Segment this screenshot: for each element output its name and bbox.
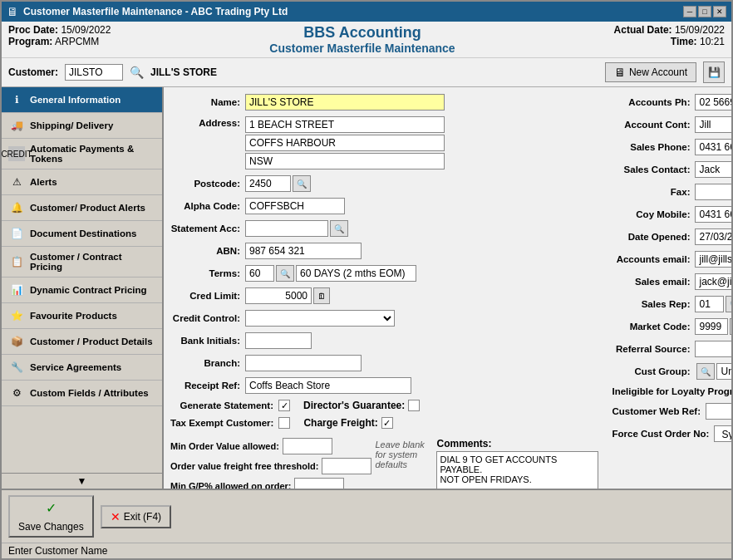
market-code-input[interactable] — [695, 318, 728, 335]
bank-initials-label: Bank Initials: — [170, 336, 245, 346]
generate-statement-label: Generate Statement: — [170, 400, 278, 410]
exit-button[interactable]: ✕ Exit (F4) — [101, 505, 171, 528]
referral-source-select[interactable] — [695, 341, 731, 357]
sidebar-item-alerts[interactable]: ⚠ Alerts — [2, 169, 162, 195]
sidebar-item-service-agreements[interactable]: 🔧 Service Agreements — [2, 355, 162, 381]
address3-input[interactable] — [245, 153, 445, 169]
cust-group-label: Cust Group: — [612, 366, 695, 376]
sales-rep-label: Sales Rep: — [612, 299, 695, 309]
save-icon: ✓ — [46, 500, 57, 516]
terms-search-button[interactable]: 🔍 — [276, 265, 294, 282]
statement-acc-search-button[interactable]: 🔍 — [330, 220, 348, 237]
sidebar-item-document-destinations[interactable]: 📄 Document Destinations — [2, 221, 162, 247]
fax-input[interactable] — [695, 184, 731, 200]
cred-limit-calc-button[interactable]: 🗓 — [313, 287, 330, 304]
cred-limit-input[interactable] — [245, 287, 312, 304]
order-freight-input[interactable] — [322, 458, 371, 474]
market-code-search-button[interactable]: 🔍 — [730, 318, 731, 335]
referral-source-row: Referral Source: — [612, 341, 731, 357]
credit-control-select[interactable] — [245, 310, 395, 327]
coy-mobile-label: Coy Mobile: — [612, 209, 695, 219]
sidebar-item-shipping-delivery[interactable]: 🚚 Shipping/ Delivery — [2, 113, 162, 139]
maximize-button[interactable]: □ — [698, 6, 711, 17]
sidebar-item-customer-product-alerts[interactable]: 🔔 Customer/ Product Alerts — [2, 195, 162, 221]
tax-exempt-checkbox[interactable] — [278, 417, 290, 429]
sidebar: ℹ General Information 🚚 Shipping/ Delive… — [2, 87, 164, 489]
new-account-button[interactable]: 🖥 New Account — [605, 62, 696, 82]
app-subtitle: Customer Masterfile Maintenance — [111, 42, 613, 55]
force-cust-order-select[interactable]: System Default — [714, 425, 731, 442]
customer-web-ref-input[interactable] — [706, 403, 731, 420]
terms-desc-input[interactable] — [296, 265, 416, 282]
alpha-code-input[interactable] — [245, 198, 345, 214]
sidebar-scroll-down[interactable]: ▼ — [2, 473, 162, 489]
truck-icon: 🚚 — [8, 118, 25, 133]
min-gp-input[interactable] — [294, 478, 344, 489]
sales-rep-code-input[interactable] — [695, 296, 724, 312]
date-opened-input[interactable] — [695, 228, 731, 245]
comments-textarea[interactable]: DIAL 9 TO GET ACCOUNTS PAYABLE. NOT OPEN… — [436, 451, 598, 489]
name-input[interactable] — [245, 94, 445, 111]
accounts-email-input[interactable] — [695, 251, 731, 268]
bottom-bar: ✓ Save Changes ✕ Exit (F4) — [2, 489, 731, 543]
coy-mobile-input[interactable] — [695, 206, 731, 223]
customer-bar: Customer: 🔍 JILL'S STORE 🖥 New Account 💾 — [2, 58, 731, 87]
charge-freight-checkbox[interactable] — [381, 417, 393, 429]
abn-input[interactable] — [245, 243, 362, 259]
date-opened-row: Date Opened: 📅 — [612, 228, 731, 245]
sidebar-item-custom-fields[interactable]: ⚙ Custom Fields / Attributes — [2, 381, 162, 406]
cust-group-input[interactable] — [716, 363, 731, 380]
cred-limit-row: Cred Limit: 🗓 — [170, 287, 598, 304]
generate-statement-row: Generate Statement: Director's Guarantee… — [170, 400, 598, 411]
postcode-input[interactable] — [245, 175, 291, 192]
bank-initials-input[interactable] — [245, 332, 312, 349]
credit-control-row: Credit Control: — [170, 310, 598, 327]
postcode-row: Postcode: 🔍 — [170, 175, 598, 192]
min-order-input[interactable] — [283, 438, 332, 454]
star-icon: ⭐ — [8, 308, 25, 323]
generate-statement-checkbox[interactable] — [278, 400, 290, 411]
search-icon[interactable]: 🔍 — [130, 66, 144, 79]
sidebar-item-contract-pricing[interactable]: 📋 Customer / Contract Pricing — [2, 247, 162, 278]
sales-contact-input[interactable] — [695, 161, 731, 178]
account-cont-input[interactable] — [695, 116, 731, 133]
accounts-ph-label: Accounts Ph: — [612, 97, 695, 107]
quick-save-button[interactable]: 💾 — [703, 61, 725, 83]
sales-phone-input[interactable] — [695, 139, 731, 155]
statement-acc-input[interactable] — [245, 220, 328, 237]
accounts-ph-input[interactable] — [695, 94, 731, 111]
address2-input[interactable] — [245, 135, 445, 151]
receipt-ref-input[interactable] — [245, 377, 411, 394]
form-right-column: Accounts Ph: Account Cont: Sales Phone: — [612, 94, 731, 489]
minimize-button[interactable]: ─ — [683, 6, 696, 17]
sales-email-input[interactable] — [695, 273, 731, 290]
branch-input[interactable] — [245, 355, 362, 371]
address1-input[interactable] — [245, 116, 445, 133]
status-bar: Enter Customer Name — [2, 543, 731, 558]
cust-group-search-button[interactable]: 🔍 — [696, 363, 715, 380]
sidebar-item-automatic-payments[interactable]: CREDIT Automatic Payments & Tokens — [2, 139, 162, 169]
product-alert-icon: 🔔 — [8, 200, 25, 215]
sales-rep-search-button[interactable]: 🔍 — [726, 296, 731, 312]
terms-row: Terms: 🔍 — [170, 265, 598, 282]
terms-code-input[interactable] — [245, 265, 274, 282]
title-bar-left: 🖥 Customer Masterfile Maintenance - ABC … — [7, 5, 288, 18]
bank-initials-row: Bank Initials: — [170, 332, 598, 349]
coy-mobile-row: Coy Mobile: — [612, 206, 731, 223]
directors-guarantee-checkbox[interactable] — [408, 400, 420, 411]
customer-web-ref-label: Customer Web Ref: — [612, 406, 706, 416]
sales-phone-row: Sales Phone: — [612, 139, 731, 155]
customer-code-input[interactable] — [65, 64, 123, 81]
close-button[interactable]: ✕ — [713, 6, 726, 17]
save-changes-button[interactable]: ✓ Save Changes — [8, 495, 94, 538]
top-info-bar: Proc Date: 15/09/2022 Program: ARPCMM BB… — [2, 22, 731, 58]
credit-control-label: Credit Control: — [170, 313, 245, 323]
min-order-label: Min Order Value allowed: — [170, 441, 279, 451]
sidebar-item-dynamic-contract[interactable]: 📊 Dynamic Contract Pricing — [2, 278, 162, 303]
customer-label: Customer: — [8, 66, 58, 78]
sidebar-item-favourite-products[interactable]: ⭐ Favourite Products — [2, 303, 162, 329]
postcode-search-button[interactable]: 🔍 — [293, 175, 311, 192]
main-window: 🖥 Customer Masterfile Maintenance - ABC … — [0, 0, 733, 560]
sidebar-item-general-information[interactable]: ℹ General Information — [2, 87, 162, 113]
sidebar-item-product-details[interactable]: 📦 Customer / Product Details — [2, 329, 162, 355]
